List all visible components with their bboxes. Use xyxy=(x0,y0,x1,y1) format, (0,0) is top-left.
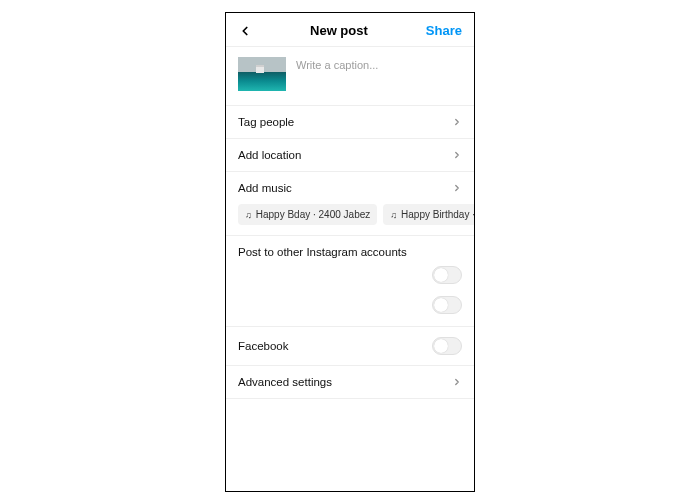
facebook-toggle[interactable] xyxy=(432,337,462,355)
music-chip[interactable]: ♫ Happy Birthday · Jo xyxy=(383,204,474,225)
post-other-accounts-label: Post to other Instagram accounts xyxy=(226,236,474,260)
caption-row: Write a caption... xyxy=(226,47,474,106)
page-title: New post xyxy=(252,23,426,38)
add-music-row[interactable]: Add music xyxy=(226,172,474,204)
chevron-right-icon xyxy=(452,150,462,160)
music-chip-label: Happy Bday · 2400 Jabez xyxy=(256,209,371,220)
music-chip[interactable]: ♫ Happy Bday · 2400 Jabez xyxy=(238,204,377,225)
tag-people-row[interactable]: Tag people xyxy=(226,106,474,139)
facebook-row[interactable]: Facebook xyxy=(226,327,474,366)
add-location-label: Add location xyxy=(238,149,301,161)
chevron-right-icon xyxy=(452,183,462,193)
add-location-row[interactable]: Add location xyxy=(226,139,474,172)
advanced-settings-label: Advanced settings xyxy=(238,376,332,388)
back-icon[interactable] xyxy=(238,24,252,38)
share-button[interactable]: Share xyxy=(426,23,462,38)
advanced-settings-row[interactable]: Advanced settings xyxy=(226,366,474,399)
new-post-screen: New post Share Write a caption... Tag pe… xyxy=(225,12,475,492)
tag-people-label: Tag people xyxy=(238,116,294,128)
chevron-right-icon xyxy=(452,377,462,387)
music-note-icon: ♫ xyxy=(245,210,252,220)
account-toggle-row-2 xyxy=(226,290,474,320)
add-music-label: Add music xyxy=(238,182,292,194)
music-suggestions: ♫ Happy Bday · 2400 Jabez ♫ Happy Birthd… xyxy=(226,204,474,236)
header: New post Share xyxy=(226,13,474,47)
post-thumbnail[interactable] xyxy=(238,57,286,91)
caption-input[interactable]: Write a caption... xyxy=(296,57,462,71)
music-chip-label: Happy Birthday · Jo xyxy=(401,209,474,220)
facebook-label: Facebook xyxy=(238,340,289,352)
music-note-icon: ♫ xyxy=(390,210,397,220)
account-toggle-2[interactable] xyxy=(432,296,462,314)
chevron-right-icon xyxy=(452,117,462,127)
account-toggle-1[interactable] xyxy=(432,266,462,284)
account-toggle-row-1 xyxy=(226,260,474,290)
